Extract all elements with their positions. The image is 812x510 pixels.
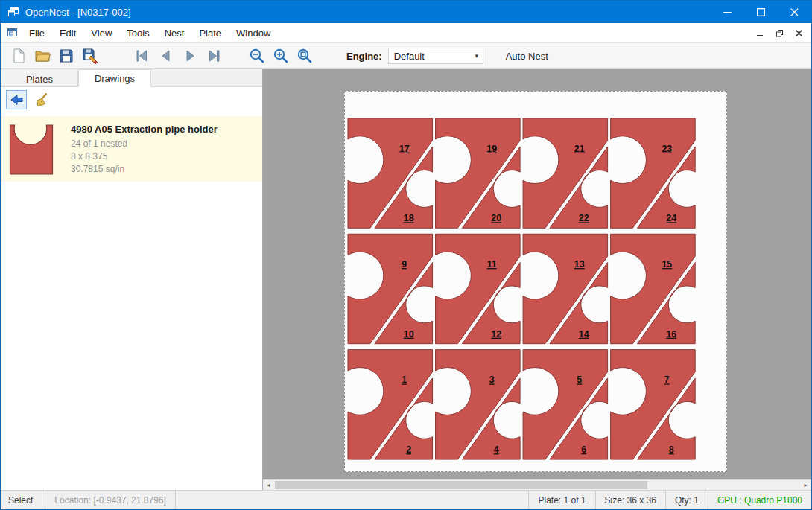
drawing-dimensions: 8 x 8.375	[71, 150, 218, 163]
part-number: 19	[486, 144, 497, 154]
window-title: OpenNest - [N0317-002]	[25, 7, 131, 18]
part-number: 6	[581, 444, 586, 455]
nav-next-icon	[181, 47, 199, 65]
part-pair[interactable]: 1718	[348, 118, 433, 228]
qty-status: Qty: 1	[665, 491, 708, 509]
child-close-icon	[794, 28, 804, 38]
scrollbar-thumb[interactable]	[275, 481, 647, 489]
part-pair[interactable]: 1314	[523, 234, 608, 343]
nav-last-button[interactable]	[202, 45, 226, 67]
part-pair[interactable]: 1112	[436, 234, 521, 343]
part-number: 16	[666, 329, 676, 340]
menu-item-tools[interactable]: Tools	[119, 23, 156, 42]
window-minimize-button[interactable]	[711, 1, 744, 23]
nav-next-button[interactable]	[178, 45, 202, 67]
nav-previous-button[interactable]	[154, 45, 178, 67]
child-minimize-icon	[755, 28, 765, 38]
part-pair[interactable]: 2324	[611, 118, 696, 228]
part-number: 18	[404, 213, 414, 223]
window-close-button[interactable]	[778, 1, 811, 23]
part-pair[interactable]: 34	[436, 350, 521, 459]
drawing-nested-count: 24 of 1 nested	[71, 138, 218, 150]
part-number: 11	[487, 259, 497, 270]
part-pair[interactable]: 1516	[611, 234, 696, 343]
auto-nest-button[interactable]: Auto Nest	[500, 48, 554, 65]
part-thumbnail	[8, 124, 54, 176]
open-folder-icon	[34, 48, 51, 64]
drawing-list-item[interactable]: 4980 A05 Extraction pipe holder 24 of 1 …	[1, 116, 262, 182]
menu-item-file[interactable]: File	[22, 23, 52, 42]
clean-drawings-button[interactable]	[31, 90, 52, 109]
part-pair[interactable]: 1920	[436, 118, 521, 228]
part-number: 14	[579, 329, 589, 340]
open-file-button[interactable]	[31, 45, 54, 67]
engine-select[interactable]: Default ▾	[388, 48, 483, 64]
part-number: 2	[406, 444, 411, 455]
part-number: 22	[579, 213, 589, 223]
save-icon	[58, 48, 74, 64]
part-pair[interactable]: 78	[611, 350, 696, 459]
save-button[interactable]	[54, 45, 78, 67]
zoom-fit-button[interactable]	[293, 45, 317, 67]
menu-bar: FileEditViewToolsNestPlateWindow	[1, 23, 811, 43]
drawing-area: 30.7815 sq/in	[71, 163, 218, 176]
part-pair[interactable]: 2122	[523, 118, 608, 228]
child-restore-button[interactable]	[770, 25, 789, 40]
new-document-button[interactable]	[7, 45, 31, 67]
menu-item-view[interactable]: View	[83, 23, 119, 42]
horizontal-scrollbar[interactable]: ◂ ▸	[263, 479, 811, 490]
nav-previous-icon	[157, 47, 175, 65]
maximize-icon	[757, 8, 765, 16]
main-toolbar: Engine: Default ▾ Auto Nest	[1, 43, 811, 69]
part-pair[interactable]: 910	[348, 234, 433, 343]
broom-icon	[34, 92, 49, 107]
part-number: 9	[402, 259, 407, 270]
child-close-button[interactable]	[789, 25, 808, 40]
part-pair[interactable]: 12	[348, 350, 433, 459]
part-number: 21	[574, 144, 585, 154]
drawing-meta: 24 of 1 nested 8 x 8.375 30.7815 sq/in	[71, 138, 218, 176]
menu-items: FileEditViewToolsNestPlateWindow	[22, 23, 278, 42]
cursor-location-status: Location: [-0.9437, 21.8796]	[45, 491, 175, 509]
document-window-icon	[7, 27, 19, 39]
engine-label: Engine:	[346, 51, 382, 62]
status-right-group: Plate: 1 of 1 Size: 36 x 36 Qty: 1 GPU :…	[528, 491, 811, 509]
child-minimize-button[interactable]	[750, 25, 770, 40]
plate[interactable]: 171819202122232491011121314151612345678	[344, 91, 727, 472]
nesting-canvas[interactable]: 171819202122232491011121314151612345678 …	[263, 69, 811, 490]
drawing-title: 4980 A05 Extraction pipe holder	[71, 124, 218, 135]
tab-plates[interactable]: Plates	[1, 71, 78, 86]
load-drawing-icon	[9, 92, 24, 107]
tab-drawings[interactable]: Drawings	[78, 69, 151, 87]
menu-item-edit[interactable]: Edit	[52, 23, 83, 42]
sidebar: Plates Drawings	[1, 69, 263, 490]
part-number: 24	[666, 213, 676, 223]
plate-size-status: Size: 36 x 36	[595, 491, 665, 509]
part-number: 10	[404, 329, 414, 340]
part-number: 12	[491, 329, 501, 340]
part-number: 23	[662, 144, 672, 154]
gpu-status: GPU : Quadro P1000	[708, 491, 811, 509]
app-icon	[7, 6, 19, 18]
scroll-left-icon[interactable]: ◂	[263, 480, 274, 490]
load-drawing-button[interactable]	[6, 90, 27, 109]
plate-svg[interactable]: 171819202122232491011121314151612345678	[345, 92, 726, 471]
zoom-out-button[interactable]	[245, 45, 269, 67]
menu-item-window[interactable]: Window	[229, 23, 278, 42]
child-restore-icon	[775, 28, 784, 38]
zoom-in-button[interactable]	[269, 45, 293, 67]
minimize-icon	[723, 8, 732, 16]
part-pair[interactable]: 56	[523, 350, 608, 459]
window-maximize-button[interactable]	[744, 1, 778, 23]
save-edit-icon	[82, 48, 98, 64]
scroll-right-icon[interactable]: ▸	[800, 480, 811, 490]
app-window: OpenNest - [N0317-002] FileEditViewTools…	[0, 0, 812, 510]
nav-first-button[interactable]	[130, 45, 154, 67]
menu-item-plate[interactable]: Plate	[191, 23, 229, 42]
save-as-button[interactable]	[78, 45, 102, 67]
menu-item-nest[interactable]: Nest	[157, 23, 192, 42]
part-number: 3	[489, 374, 495, 385]
part-number: 7	[664, 374, 670, 385]
sidebar-tabbar: Plates Drawings	[1, 69, 262, 87]
chevron-down-icon: ▾	[471, 52, 483, 60]
